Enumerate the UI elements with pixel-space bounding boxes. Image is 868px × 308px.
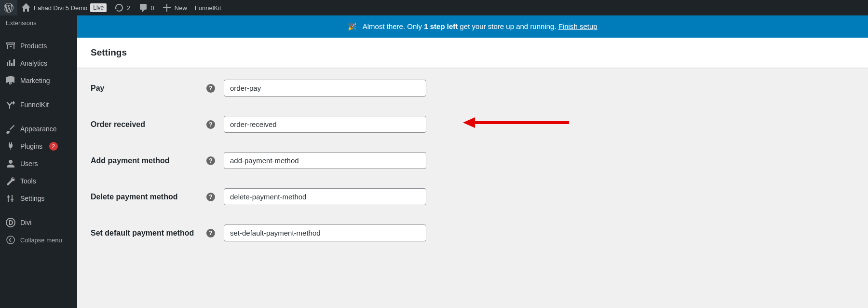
sidebar-item-funnelkit[interactable]: FunnelKit: [0, 96, 77, 113]
sidebar-item-label: Divi: [20, 219, 31, 226]
sidebar-item-label: Appearance: [20, 125, 57, 133]
comment-icon: [138, 3, 148, 13]
set-default-payment-method-label: Set default payment method: [91, 229, 206, 238]
sidebar-item-plugins[interactable]: Plugins 2: [0, 138, 77, 155]
sidebar-item-label: Tools: [20, 177, 36, 185]
svg-point-1: [7, 236, 14, 244]
admin-sidebar: Extensions Products Analytics Marketing …: [0, 15, 77, 308]
funnelkit-adminbar-link[interactable]: FunnelKit: [191, 0, 225, 15]
sidebar-item-products[interactable]: Products: [0, 37, 77, 55]
delete-payment-method-label: Delete payment method: [91, 193, 206, 201]
sidebar-item-settings[interactable]: Settings: [0, 190, 77, 207]
refresh-updates[interactable]: 2: [110, 0, 134, 15]
plus-icon: [162, 3, 172, 13]
set-default-payment-method-input[interactable]: [224, 224, 426, 241]
home-icon: [21, 3, 31, 13]
plug-icon: [6, 141, 15, 151]
order-received-label: Order received: [91, 120, 206, 129]
refresh-icon: [114, 3, 124, 13]
wrench-icon: [6, 176, 15, 186]
sliders-icon: [6, 194, 15, 203]
funnelkit-icon: [6, 100, 15, 110]
collapse-label: Collapse menu: [20, 237, 62, 244]
comments-link[interactable]: 0: [135, 0, 158, 15]
plugin-count-badge: 2: [49, 142, 58, 151]
sidebar-item-label: Users: [20, 160, 38, 168]
pay-input[interactable]: [224, 80, 426, 97]
sidebar-item-label: Products: [20, 42, 47, 50]
help-icon[interactable]: ?: [206, 229, 215, 238]
sidebar-item-tools[interactable]: Tools: [0, 172, 77, 190]
wordpress-logo[interactable]: [0, 0, 17, 15]
settings-form: Pay ? Order received ? Add payment metho…: [77, 68, 868, 272]
add-payment-method-label: Add payment method: [91, 156, 206, 165]
sidebar-item-users[interactable]: Users: [0, 155, 77, 172]
confetti-icon: 🎉: [348, 22, 357, 30]
site-title: Fahad Divi 5 Demo: [34, 4, 87, 12]
comment-count: 0: [151, 4, 154, 12]
pay-label: Pay: [91, 84, 206, 93]
chart-icon: [6, 58, 15, 68]
finish-setup-link[interactable]: Finish setup: [558, 22, 597, 30]
sidebar-extensions-label: Extensions: [0, 15, 77, 30]
svg-point-0: [6, 218, 15, 227]
sidebar-item-divi[interactable]: Divi: [0, 214, 77, 231]
add-payment-method-input[interactable]: [224, 152, 426, 169]
collapse-icon: [6, 235, 15, 245]
sidebar-item-label: Plugins: [20, 142, 42, 150]
settings-header: Settings: [77, 38, 868, 68]
collapse-menu-button[interactable]: Collapse menu: [0, 231, 77, 249]
archive-icon: [6, 41, 15, 51]
brush-icon: [6, 124, 15, 134]
content-area: 🎉 Almost there. Only 1 step left get you…: [77, 15, 868, 308]
sidebar-item-label: Analytics: [20, 59, 47, 67]
site-home-link[interactable]: Fahad Divi 5 Demo Live: [17, 0, 110, 15]
help-icon[interactable]: ?: [206, 193, 215, 201]
user-icon: [6, 159, 15, 168]
sidebar-item-label: Settings: [20, 195, 45, 202]
sidebar-item-appearance[interactable]: Appearance: [0, 120, 77, 138]
admin-bar: Fahad Divi 5 Demo Live 2 0 New FunnelKit: [0, 0, 868, 15]
page-title: Settings: [91, 47, 854, 58]
megaphone-icon: [6, 76, 15, 85]
sidebar-item-label: Marketing: [20, 77, 50, 84]
new-label: New: [175, 4, 187, 12]
divi-icon: [6, 218, 15, 227]
sidebar-item-analytics[interactable]: Analytics: [0, 55, 77, 72]
order-received-input[interactable]: [224, 116, 426, 133]
help-icon[interactable]: ?: [206, 156, 215, 165]
setup-notice-banner: 🎉 Almost there. Only 1 step left get you…: [77, 15, 868, 38]
sidebar-item-marketing[interactable]: Marketing: [0, 72, 77, 89]
help-icon[interactable]: ?: [206, 120, 215, 129]
live-badge: Live: [90, 3, 107, 12]
help-icon[interactable]: ?: [206, 84, 215, 93]
delete-payment-method-input[interactable]: [224, 188, 426, 205]
sidebar-item-label: FunnelKit: [20, 101, 49, 109]
new-content-link[interactable]: New: [158, 0, 191, 15]
refresh-count: 2: [127, 4, 130, 12]
